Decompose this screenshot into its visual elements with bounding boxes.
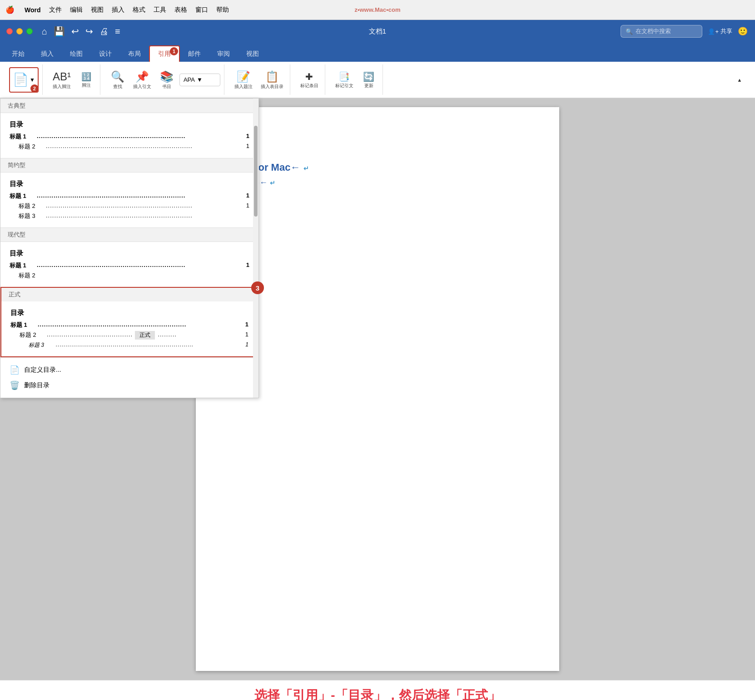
index-group: ✚ 标记条目 bbox=[294, 64, 325, 95]
toc-section-simple-header: 简约型 bbox=[0, 158, 258, 173]
menu-edit[interactable]: 编辑 bbox=[70, 6, 83, 14]
authorities-group: 📑 标记引文 🔄 更新 bbox=[329, 64, 383, 95]
toc-entry: 标题 2 ...................................… bbox=[10, 331, 248, 340]
home-icon[interactable]: ⌂ bbox=[40, 25, 49, 39]
toc-preview-simple[interactable]: 目录 标题 1 ................................… bbox=[0, 173, 258, 227]
search-icon: 🔍 bbox=[626, 28, 633, 35]
main-content: 古典型 目录 标题 1 ............................… bbox=[0, 98, 755, 680]
toc-section-formal-header: 正式 bbox=[1, 288, 258, 301]
title-nav-icons: ⌂ 💾 ↩ ↪ 🖨 ≡ bbox=[40, 24, 122, 39]
insert-footnote-btn[interactable]: AB¹ 插入脚注 bbox=[50, 66, 74, 94]
apple-menu[interactable]: 🍎 bbox=[5, 5, 15, 14]
menu-file[interactable]: 文件 bbox=[49, 6, 62, 14]
toc-group: 📄 ▼ 2 bbox=[5, 64, 43, 95]
toc-button[interactable]: 📄 ▼ 2 bbox=[9, 67, 39, 93]
citation-style-dropdown[interactable]: APA ▼ bbox=[179, 74, 220, 86]
menu-insert[interactable]: 插入 bbox=[112, 6, 124, 14]
return-mark-2: ↵ bbox=[270, 179, 275, 187]
dropdown-arrow-icon: ▼ bbox=[197, 76, 203, 83]
mark-entry-label: 标记条目 bbox=[300, 83, 318, 89]
word-titlebar: ⌂ 💾 ↩ ↪ 🖨 ≡ 文档1 🔍 在文档中搜索 👤+ 共享 🙂 bbox=[0, 20, 755, 43]
bottom-annotation: 选择「引用」-「目录」，然后选择「正式」 bbox=[0, 680, 755, 700]
save-icon[interactable]: 💾 bbox=[52, 24, 67, 39]
bibliography-btn[interactable]: 📚 书目 bbox=[157, 66, 177, 94]
mark-citation-label: 标记引文 bbox=[335, 83, 353, 89]
tab-references[interactable]: 引用 1 bbox=[149, 45, 180, 62]
tab-insert[interactable]: 插入 bbox=[33, 46, 62, 62]
tab-design[interactable]: 设计 bbox=[91, 46, 120, 62]
print-icon[interactable]: 🖨 bbox=[98, 25, 110, 39]
return-mark-1: ↵ bbox=[303, 165, 309, 172]
update-label: 更新 bbox=[364, 83, 373, 89]
insert-footnote-icon: AB¹ bbox=[53, 70, 71, 83]
mark-citation-btn[interactable]: 📑 标记引文 bbox=[333, 66, 356, 94]
app-name[interactable]: Word bbox=[25, 6, 41, 14]
toc-entry: 标题 2 ...................................… bbox=[10, 202, 249, 210]
maximize-button[interactable] bbox=[26, 28, 33, 35]
tab-draw[interactable]: 绘图 bbox=[62, 46, 91, 62]
insert-caption-btn[interactable]: 📝 插入题注 bbox=[232, 66, 255, 94]
footnote-group: AB¹ 插入脚注 🔢 脚注 bbox=[46, 64, 100, 95]
watermark: z•www.Mac•com bbox=[354, 6, 400, 13]
menu-table[interactable]: 表格 bbox=[174, 6, 187, 14]
search-box[interactable]: 🔍 在文档中搜索 bbox=[621, 25, 702, 38]
chevron-up-icon: ▲ bbox=[737, 77, 742, 83]
formal-section-badge: 3 bbox=[251, 281, 264, 294]
update-icon: 🔄 bbox=[363, 71, 374, 82]
expand-ribbon-btn[interactable]: ▲ bbox=[730, 66, 750, 94]
footnotes-btn[interactable]: 🔢 脚注 bbox=[76, 66, 96, 94]
update-btn[interactable]: 🔄 更新 bbox=[359, 66, 379, 94]
toc-preview-classic[interactable]: 目录 标题 1 ................................… bbox=[0, 113, 258, 158]
ribbon-toolbar: 📄 ▼ 2 AB¹ 插入脚注 🔢 脚注 🔍 查找 📌 插入引文 📚 书目 bbox=[0, 62, 755, 98]
research-btn[interactable]: 🔍 查找 bbox=[108, 66, 128, 94]
tab-layout[interactable]: 布局 bbox=[120, 46, 149, 62]
insert-citation-label: 插入引文 bbox=[133, 84, 151, 89]
menu-format[interactable]: 格式 bbox=[133, 6, 145, 14]
tab-mailings[interactable]: 邮件 bbox=[180, 46, 209, 62]
search-placeholder: 在文档中搜索 bbox=[636, 27, 671, 35]
toc-title-classic: 目录 bbox=[10, 120, 249, 129]
tab-start[interactable]: 开始 bbox=[4, 46, 33, 62]
menu-window[interactable]: 窗口 bbox=[195, 6, 208, 14]
toc-scrollbar[interactable] bbox=[253, 99, 258, 398]
toc-section-formal[interactable]: 正式 目录 标题 1 .............................… bbox=[0, 287, 258, 357]
toc-entry: 标题 1 ...................................… bbox=[10, 133, 249, 141]
doc-title: 文档1 bbox=[369, 27, 386, 36]
menu-help[interactable]: 帮助 bbox=[216, 6, 229, 14]
toc-title-modern: 目录 bbox=[10, 249, 249, 258]
menu-view[interactable]: 视图 bbox=[91, 6, 104, 14]
close-button[interactable] bbox=[6, 28, 13, 35]
redo-icon[interactable]: ↪ bbox=[84, 24, 95, 39]
share-button[interactable]: 👤+ 共享 bbox=[708, 27, 732, 35]
insert-table-of-figures-btn[interactable]: 📋 插入表目录 bbox=[258, 66, 286, 94]
insert-tof-label: 插入表目录 bbox=[261, 84, 283, 89]
toc-preview-modern[interactable]: 目录 标题 1 ................................… bbox=[0, 242, 258, 287]
traffic-lights bbox=[6, 28, 33, 35]
toc-tooltip: 正式 bbox=[135, 331, 155, 340]
toc-preview-formal[interactable]: 目录 标题 1 ................................… bbox=[1, 301, 258, 356]
toc-title-formal: 目录 bbox=[10, 309, 248, 317]
doc-line2: 虚拟机)← ↵ bbox=[232, 177, 523, 188]
tab-review[interactable]: 审阅 bbox=[209, 46, 238, 62]
toc-entry: 标题 3 ...................................… bbox=[10, 212, 249, 220]
remove-toc-icon: 🗑️ bbox=[10, 380, 20, 390]
insert-citation-btn[interactable]: 📌 插入引文 bbox=[130, 66, 154, 94]
undo-icon[interactable]: ↩ bbox=[70, 24, 81, 39]
bibliography-label: 书目 bbox=[162, 84, 171, 89]
ribbon-tabs: 开始 插入 绘图 设计 布局 引用 1 邮件 审阅 视图 bbox=[0, 43, 755, 62]
mac-menubar: 🍎 Word 文件 编辑 视图 插入 格式 工具 表格 窗口 帮助 z•www.… bbox=[0, 0, 755, 20]
bibliography-icon: 📚 bbox=[160, 70, 174, 83]
customize-icon[interactable]: ≡ bbox=[113, 25, 122, 39]
toc-section-modern-header: 现代型 bbox=[0, 227, 258, 242]
insert-citation-icon: 📌 bbox=[135, 70, 149, 83]
mark-entry-icon: ✚ bbox=[305, 71, 313, 82]
minimize-button[interactable] bbox=[16, 28, 23, 35]
remove-toc-action[interactable]: 🗑️ 删除目录 bbox=[8, 378, 251, 393]
feedback-icon[interactable]: 🙂 bbox=[738, 26, 748, 36]
doc-line1: p 15 for Mac← ↵ bbox=[232, 162, 523, 173]
custom-toc-action[interactable]: 📄 自定义目录... bbox=[8, 362, 251, 378]
menu-tools[interactable]: 工具 bbox=[154, 6, 166, 14]
mark-entry-btn[interactable]: ✚ 标记条目 bbox=[298, 66, 321, 94]
custom-toc-label: 自定义目录... bbox=[24, 366, 61, 374]
tab-view[interactable]: 视图 bbox=[238, 46, 267, 62]
